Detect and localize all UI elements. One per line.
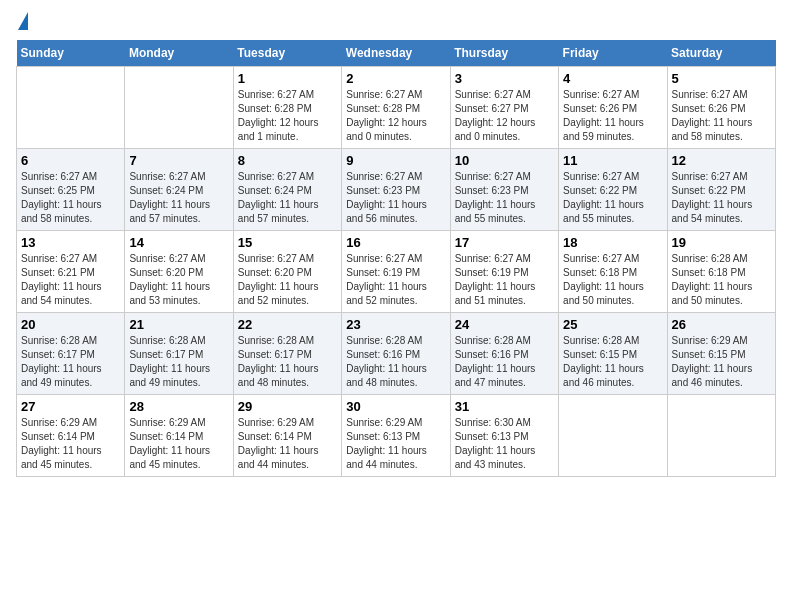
day-number: 2 [346, 71, 445, 86]
day-number: 17 [455, 235, 554, 250]
day-number: 12 [672, 153, 771, 168]
day-info: Sunrise: 6:28 AM Sunset: 6:15 PM Dayligh… [563, 334, 662, 390]
calendar-cell: 8Sunrise: 6:27 AM Sunset: 6:24 PM Daylig… [233, 149, 341, 231]
calendar-cell: 12Sunrise: 6:27 AM Sunset: 6:22 PM Dayli… [667, 149, 775, 231]
day-number: 21 [129, 317, 228, 332]
calendar-cell [559, 395, 667, 477]
weekday-header-thursday: Thursday [450, 40, 558, 67]
calendar-cell: 11Sunrise: 6:27 AM Sunset: 6:22 PM Dayli… [559, 149, 667, 231]
day-info: Sunrise: 6:27 AM Sunset: 6:20 PM Dayligh… [238, 252, 337, 308]
day-info: Sunrise: 6:29 AM Sunset: 6:14 PM Dayligh… [129, 416, 228, 472]
day-info: Sunrise: 6:28 AM Sunset: 6:16 PM Dayligh… [346, 334, 445, 390]
weekday-header-tuesday: Tuesday [233, 40, 341, 67]
day-info: Sunrise: 6:28 AM Sunset: 6:18 PM Dayligh… [672, 252, 771, 308]
day-number: 1 [238, 71, 337, 86]
calendar-cell: 3Sunrise: 6:27 AM Sunset: 6:27 PM Daylig… [450, 67, 558, 149]
day-number: 15 [238, 235, 337, 250]
day-number: 29 [238, 399, 337, 414]
calendar-cell: 25Sunrise: 6:28 AM Sunset: 6:15 PM Dayli… [559, 313, 667, 395]
calendar-cell: 31Sunrise: 6:30 AM Sunset: 6:13 PM Dayli… [450, 395, 558, 477]
day-number: 11 [563, 153, 662, 168]
day-info: Sunrise: 6:29 AM Sunset: 6:13 PM Dayligh… [346, 416, 445, 472]
calendar-cell: 6Sunrise: 6:27 AM Sunset: 6:25 PM Daylig… [17, 149, 125, 231]
day-info: Sunrise: 6:27 AM Sunset: 6:19 PM Dayligh… [455, 252, 554, 308]
calendar-cell: 27Sunrise: 6:29 AM Sunset: 6:14 PM Dayli… [17, 395, 125, 477]
calendar-cell: 23Sunrise: 6:28 AM Sunset: 6:16 PM Dayli… [342, 313, 450, 395]
day-number: 27 [21, 399, 120, 414]
day-number: 22 [238, 317, 337, 332]
calendar-cell: 26Sunrise: 6:29 AM Sunset: 6:15 PM Dayli… [667, 313, 775, 395]
day-info: Sunrise: 6:27 AM Sunset: 6:24 PM Dayligh… [238, 170, 337, 226]
logo [16, 16, 28, 30]
day-info: Sunrise: 6:27 AM Sunset: 6:28 PM Dayligh… [346, 88, 445, 144]
day-number: 18 [563, 235, 662, 250]
day-number: 28 [129, 399, 228, 414]
day-info: Sunrise: 6:27 AM Sunset: 6:20 PM Dayligh… [129, 252, 228, 308]
day-info: Sunrise: 6:27 AM Sunset: 6:23 PM Dayligh… [346, 170, 445, 226]
day-info: Sunrise: 6:29 AM Sunset: 6:14 PM Dayligh… [238, 416, 337, 472]
calendar-table: SundayMondayTuesdayWednesdayThursdayFrid… [16, 40, 776, 477]
day-info: Sunrise: 6:28 AM Sunset: 6:17 PM Dayligh… [21, 334, 120, 390]
day-number: 7 [129, 153, 228, 168]
day-number: 13 [21, 235, 120, 250]
day-info: Sunrise: 6:27 AM Sunset: 6:21 PM Dayligh… [21, 252, 120, 308]
calendar-cell: 15Sunrise: 6:27 AM Sunset: 6:20 PM Dayli… [233, 231, 341, 313]
weekday-header-saturday: Saturday [667, 40, 775, 67]
calendar-cell: 17Sunrise: 6:27 AM Sunset: 6:19 PM Dayli… [450, 231, 558, 313]
calendar-cell: 20Sunrise: 6:28 AM Sunset: 6:17 PM Dayli… [17, 313, 125, 395]
day-number: 25 [563, 317, 662, 332]
day-number: 16 [346, 235, 445, 250]
day-number: 8 [238, 153, 337, 168]
calendar-cell: 1Sunrise: 6:27 AM Sunset: 6:28 PM Daylig… [233, 67, 341, 149]
day-number: 24 [455, 317, 554, 332]
calendar-cell: 16Sunrise: 6:27 AM Sunset: 6:19 PM Dayli… [342, 231, 450, 313]
day-number: 30 [346, 399, 445, 414]
calendar-cell: 10Sunrise: 6:27 AM Sunset: 6:23 PM Dayli… [450, 149, 558, 231]
weekday-header-friday: Friday [559, 40, 667, 67]
day-number: 19 [672, 235, 771, 250]
day-info: Sunrise: 6:27 AM Sunset: 6:26 PM Dayligh… [563, 88, 662, 144]
calendar-cell: 5Sunrise: 6:27 AM Sunset: 6:26 PM Daylig… [667, 67, 775, 149]
weekday-header-sunday: Sunday [17, 40, 125, 67]
calendar-cell: 30Sunrise: 6:29 AM Sunset: 6:13 PM Dayli… [342, 395, 450, 477]
calendar-cell [125, 67, 233, 149]
day-info: Sunrise: 6:27 AM Sunset: 6:26 PM Dayligh… [672, 88, 771, 144]
day-number: 31 [455, 399, 554, 414]
calendar-cell: 21Sunrise: 6:28 AM Sunset: 6:17 PM Dayli… [125, 313, 233, 395]
day-info: Sunrise: 6:30 AM Sunset: 6:13 PM Dayligh… [455, 416, 554, 472]
calendar-cell [17, 67, 125, 149]
calendar-cell: 4Sunrise: 6:27 AM Sunset: 6:26 PM Daylig… [559, 67, 667, 149]
day-info: Sunrise: 6:27 AM Sunset: 6:19 PM Dayligh… [346, 252, 445, 308]
day-number: 6 [21, 153, 120, 168]
calendar-cell [667, 395, 775, 477]
day-info: Sunrise: 6:27 AM Sunset: 6:22 PM Dayligh… [672, 170, 771, 226]
day-number: 26 [672, 317, 771, 332]
day-info: Sunrise: 6:27 AM Sunset: 6:28 PM Dayligh… [238, 88, 337, 144]
day-info: Sunrise: 6:29 AM Sunset: 6:14 PM Dayligh… [21, 416, 120, 472]
day-info: Sunrise: 6:27 AM Sunset: 6:27 PM Dayligh… [455, 88, 554, 144]
calendar-cell: 14Sunrise: 6:27 AM Sunset: 6:20 PM Dayli… [125, 231, 233, 313]
page-header [16, 16, 776, 30]
day-number: 9 [346, 153, 445, 168]
day-info: Sunrise: 6:28 AM Sunset: 6:16 PM Dayligh… [455, 334, 554, 390]
day-info: Sunrise: 6:27 AM Sunset: 6:22 PM Dayligh… [563, 170, 662, 226]
day-info: Sunrise: 6:27 AM Sunset: 6:25 PM Dayligh… [21, 170, 120, 226]
weekday-header-monday: Monday [125, 40, 233, 67]
calendar-cell: 9Sunrise: 6:27 AM Sunset: 6:23 PM Daylig… [342, 149, 450, 231]
day-info: Sunrise: 6:27 AM Sunset: 6:18 PM Dayligh… [563, 252, 662, 308]
calendar-cell: 22Sunrise: 6:28 AM Sunset: 6:17 PM Dayli… [233, 313, 341, 395]
calendar-cell: 28Sunrise: 6:29 AM Sunset: 6:14 PM Dayli… [125, 395, 233, 477]
logo-triangle-icon [18, 12, 28, 30]
day-number: 20 [21, 317, 120, 332]
day-info: Sunrise: 6:28 AM Sunset: 6:17 PM Dayligh… [238, 334, 337, 390]
calendar-cell: 7Sunrise: 6:27 AM Sunset: 6:24 PM Daylig… [125, 149, 233, 231]
calendar-cell: 13Sunrise: 6:27 AM Sunset: 6:21 PM Dayli… [17, 231, 125, 313]
day-number: 14 [129, 235, 228, 250]
calendar-cell: 2Sunrise: 6:27 AM Sunset: 6:28 PM Daylig… [342, 67, 450, 149]
day-info: Sunrise: 6:27 AM Sunset: 6:24 PM Dayligh… [129, 170, 228, 226]
calendar-cell: 18Sunrise: 6:27 AM Sunset: 6:18 PM Dayli… [559, 231, 667, 313]
day-info: Sunrise: 6:29 AM Sunset: 6:15 PM Dayligh… [672, 334, 771, 390]
day-info: Sunrise: 6:28 AM Sunset: 6:17 PM Dayligh… [129, 334, 228, 390]
calendar-cell: 24Sunrise: 6:28 AM Sunset: 6:16 PM Dayli… [450, 313, 558, 395]
day-number: 23 [346, 317, 445, 332]
